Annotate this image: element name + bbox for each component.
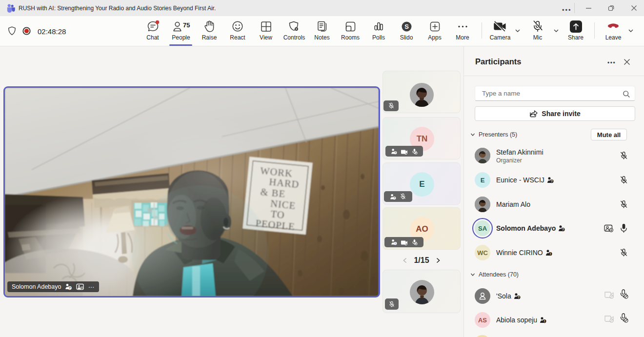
svg-text:!: ! (544, 319, 545, 323)
svg-text:!: ! (395, 242, 396, 245)
svg-text:S: S (404, 23, 409, 30)
svg-text:?: ? (394, 197, 396, 199)
svg-text:?: ? (395, 151, 397, 154)
svg-text:!: ! (550, 252, 551, 256)
svg-text:?: ? (551, 179, 553, 183)
svg-text:?: ? (69, 286, 71, 290)
svg-text:?: ? (562, 228, 564, 231)
svg-text:?: ? (518, 296, 520, 299)
